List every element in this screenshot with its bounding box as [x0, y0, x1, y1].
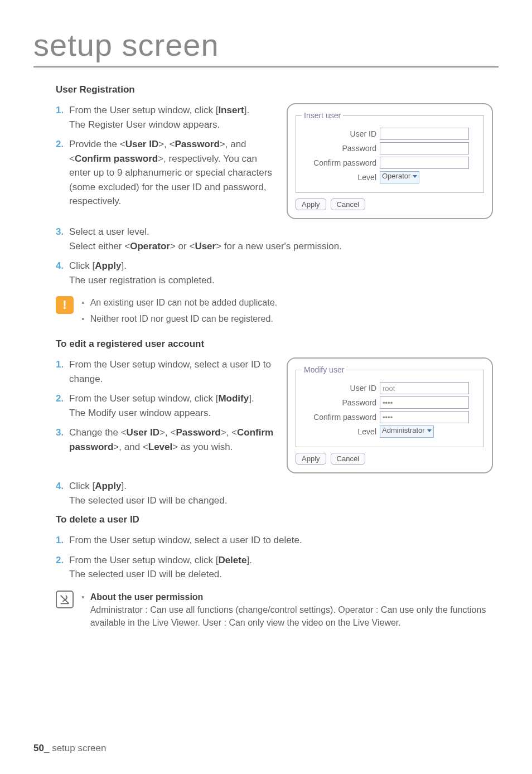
step-text: Provide the <User ID>, <Password>, and <… [69, 137, 275, 209]
step-text: Change the <User ID>, <Password>, <Confi… [69, 425, 275, 454]
step-text: Click [Apply]. The user registration is … [69, 259, 493, 287]
steps-user-registration-cont: 3. Select a user level. Select either <O… [56, 225, 493, 287]
step-number: 2. [56, 391, 69, 420]
apply-button[interactable]: Apply [296, 199, 326, 210]
page-title: setup screen [33, 27, 499, 67]
footer-text: setup screen [52, 743, 106, 753]
step-number: 1. [56, 533, 69, 548]
page-number: 50 [33, 743, 44, 753]
chevron-down-icon [427, 429, 432, 432]
note-text: About the user permission Administrator … [90, 591, 493, 630]
heading-user-registration: User Registration [56, 84, 493, 95]
step-number: 1. [56, 357, 69, 386]
steps-user-registration: 1. From the User setup window, click [In… [56, 103, 275, 209]
step-number: 2. [56, 137, 69, 209]
heading-edit-user: To edit a registered user account [56, 338, 493, 350]
apply-button[interactable]: Apply [296, 453, 326, 465]
step-text: Click [Apply]. The selected user ID will… [69, 479, 493, 507]
bullet-icon: ▪ [81, 312, 85, 325]
info-note: ▪ About the user permission Administrato… [56, 591, 493, 633]
bullet-icon: ▪ [81, 591, 85, 630]
steps-edit-user: 1. From the User setup window, select a … [56, 357, 275, 454]
input-user-id[interactable] [380, 128, 469, 140]
bullet-icon: ▪ [81, 296, 85, 309]
heading-delete-user: To delete a user ID [56, 514, 493, 525]
select-level[interactable]: Operator [380, 171, 419, 183]
page-footer: 50_ setup screen [33, 743, 106, 754]
modify-user-form: Modify user User ID Password Confirm pas… [287, 357, 493, 473]
cancel-button[interactable]: Cancel [331, 199, 365, 210]
steps-delete-user: 1. From the User setup window, select a … [56, 533, 493, 582]
caution-icon: ! [56, 296, 74, 314]
cancel-button[interactable]: Cancel [331, 453, 365, 465]
input-confirm-password[interactable] [380, 411, 469, 423]
note-text: Neither root ID nor guest ID can be regi… [90, 312, 277, 325]
input-password[interactable] [380, 396, 469, 409]
input-user-id [380, 382, 469, 394]
label-level: Level [302, 427, 380, 436]
label-user-id: User ID [302, 384, 380, 393]
fieldset-legend: Insert user [302, 111, 343, 120]
label-confirm-password: Confirm password [302, 158, 380, 167]
insert-user-form: Insert user User ID Password Confirm pas… [287, 103, 493, 219]
select-level[interactable]: Administrator [380, 425, 434, 438]
label-level: Level [302, 173, 380, 182]
step-text: From the User setup window, click [Delet… [69, 553, 493, 582]
label-user-id: User ID [302, 129, 380, 138]
step-text: From the User setup window, click [Modif… [69, 391, 275, 420]
steps-edit-user-cont: 4. Click [Apply]. The selected user ID w… [56, 479, 493, 507]
step-number: 3. [56, 225, 69, 253]
step-number: 1. [56, 103, 69, 132]
label-confirm-password: Confirm password [302, 413, 380, 422]
step-text: Select a user level. Select either <Oper… [69, 225, 493, 253]
step-text: From the User setup window, select a use… [69, 357, 275, 386]
info-icon [56, 591, 74, 608]
insert-user-fieldset: Insert user User ID Password Confirm pas… [296, 111, 484, 193]
label-password: Password [302, 398, 380, 407]
modify-user-fieldset: Modify user User ID Password Confirm pas… [296, 365, 484, 447]
label-password: Password [302, 144, 380, 153]
step-number: 3. [56, 425, 69, 454]
step-number: 4. [56, 259, 69, 287]
note-text: An existing user ID can not be added dup… [90, 296, 277, 309]
fieldset-legend: Modify user [302, 365, 346, 374]
caution-note: ! ▪An existing user ID can not be added … [56, 296, 493, 328]
step-number: 2. [56, 553, 69, 582]
input-password[interactable] [380, 142, 469, 154]
chevron-down-icon [413, 175, 417, 178]
step-text: From the User setup window, click [Inser… [69, 103, 275, 132]
input-confirm-password[interactable] [380, 157, 469, 169]
step-number: 4. [56, 479, 69, 507]
step-text: From the User setup window, select a use… [69, 533, 493, 548]
